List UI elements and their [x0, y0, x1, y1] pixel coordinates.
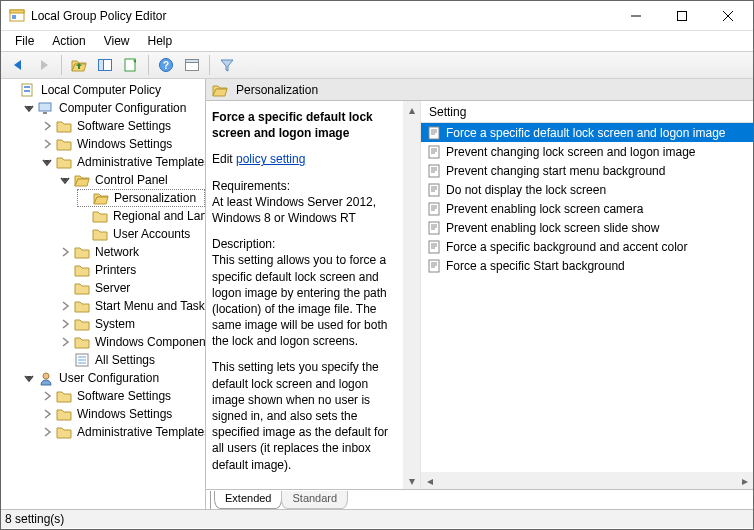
setting-row[interactable]: Prevent enabling lock screen camera [421, 199, 753, 218]
up-folder-button[interactable] [67, 53, 91, 77]
user-icon [38, 370, 54, 386]
setting-label: Force a specific Start background [446, 259, 625, 273]
svg-rect-16 [43, 112, 47, 114]
folder-icon [56, 154, 72, 170]
setting-label: Prevent enabling lock screen slide show [446, 221, 659, 235]
edit-label: Edit [212, 152, 236, 166]
menu-bar: File Action View Help [1, 31, 753, 51]
policy-root-icon [20, 82, 36, 98]
tree-windows-settings[interactable]: Windows Settings [41, 135, 205, 153]
toolbar: ? [1, 51, 753, 79]
tab-extended[interactable]: Extended [214, 491, 282, 509]
settings-list[interactable]: Force a specific default lock screen and… [421, 123, 753, 472]
tree-server[interactable]: Server [59, 279, 205, 297]
svg-rect-11 [186, 60, 199, 63]
setting-label: Force a specific default lock screen and… [446, 126, 726, 140]
minimize-button[interactable] [613, 1, 659, 30]
expand-icon[interactable] [41, 120, 53, 132]
tree-all-settings[interactable]: All Settings [59, 351, 205, 369]
setting-row[interactable]: Prevent changing lock screen and logon i… [421, 142, 753, 161]
menu-help[interactable]: Help [140, 32, 181, 50]
menu-action[interactable]: Action [44, 32, 93, 50]
collapse-icon[interactable] [23, 372, 35, 384]
policy-icon [427, 183, 441, 197]
collapse-icon[interactable] [41, 156, 53, 168]
scroll-up-icon[interactable]: ▴ [403, 101, 420, 118]
setting-row[interactable]: Force a specific background and accent c… [421, 237, 753, 256]
scroll-left-icon[interactable]: ◂ [421, 472, 438, 489]
scroll-right-icon[interactable]: ▸ [736, 472, 753, 489]
expand-icon[interactable] [59, 336, 71, 348]
tab-standard[interactable]: Standard [281, 491, 348, 509]
policy-icon [427, 202, 441, 216]
folder-icon [56, 118, 72, 134]
tree-startmenu[interactable]: Start Menu and Taskbar [59, 297, 205, 315]
tree-pane[interactable]: Local Computer Policy Computer Configura… [1, 79, 206, 509]
setting-label: Prevent enabling lock screen camera [446, 202, 643, 216]
expand-icon[interactable] [41, 426, 53, 438]
menu-file[interactable]: File [7, 32, 42, 50]
title-bar: Local Group Policy Editor [1, 1, 753, 31]
tree-u-windows[interactable]: Windows Settings [41, 405, 205, 423]
tree-u-software[interactable]: Software Settings [41, 387, 205, 405]
horizontal-scrollbar[interactable]: ◂ ▸ [421, 472, 753, 489]
tree-personalization[interactable]: Personalization [77, 189, 205, 207]
properties-button[interactable] [180, 53, 204, 77]
close-button[interactable] [705, 1, 751, 30]
column-header-setting[interactable]: Setting [421, 101, 753, 123]
setting-row[interactable]: Prevent enabling lock screen slide show [421, 218, 753, 237]
all-settings-icon [74, 352, 90, 368]
expand-icon[interactable] [59, 318, 71, 330]
tree-computer-config[interactable]: Computer Configuration [23, 99, 205, 117]
expand-icon[interactable] [41, 138, 53, 150]
show-pane-button[interactable] [93, 53, 117, 77]
collapse-icon[interactable] [59, 174, 71, 186]
folder-icon [56, 388, 72, 404]
window-title: Local Group Policy Editor [31, 9, 613, 23]
tree-software-settings[interactable]: Software Settings [41, 117, 205, 135]
folder-icon [56, 406, 72, 422]
expand-icon[interactable] [41, 408, 53, 420]
edit-policy-link[interactable]: policy setting [236, 152, 305, 166]
refresh-button[interactable] [119, 53, 143, 77]
tree-regional[interactable]: Regional and Language Options [77, 207, 205, 225]
back-button[interactable] [6, 53, 30, 77]
svg-rect-13 [24, 86, 30, 88]
setting-row[interactable]: Force a specific Start background [421, 256, 753, 275]
help-button[interactable]: ? [154, 53, 178, 77]
svg-rect-14 [24, 90, 30, 92]
scroll-down-icon[interactable]: ▾ [403, 472, 420, 489]
tree-u-admin[interactable]: Administrative Templates [41, 423, 205, 441]
folder-icon [56, 136, 72, 152]
tree-system[interactable]: System [59, 315, 205, 333]
tree-control-panel[interactable]: Control Panel [59, 171, 205, 189]
detail-scrollbar[interactable]: ▴ ▾ [403, 101, 420, 489]
collapse-icon[interactable] [23, 102, 35, 114]
expand-icon[interactable] [59, 300, 71, 312]
policy-icon [427, 240, 441, 254]
tree-win-components[interactable]: Windows Components [59, 333, 205, 351]
setting-row[interactable]: Prevent changing start menu background [421, 161, 753, 180]
status-bar: 8 setting(s) [1, 509, 753, 528]
tree-root[interactable]: Local Computer Policy [5, 81, 205, 99]
tree-network[interactable]: Network [59, 243, 205, 261]
folder-open-icon [74, 172, 90, 188]
tree-admin-templates[interactable]: Administrative Templates [41, 153, 205, 171]
tree-user-config[interactable]: User Configuration [23, 369, 205, 387]
folder-open-icon [93, 190, 109, 206]
expand-icon[interactable] [59, 246, 71, 258]
svg-point-18 [43, 373, 49, 379]
svg-rect-15 [39, 103, 51, 111]
menu-view[interactable]: View [96, 32, 138, 50]
maximize-button[interactable] [659, 1, 705, 30]
expand-icon[interactable] [41, 390, 53, 402]
setting-row[interactable]: Force a specific default lock screen and… [421, 123, 753, 142]
setting-row[interactable]: Do not display the lock screen [421, 180, 753, 199]
setting-label: Prevent changing lock screen and logon i… [446, 145, 696, 159]
tree-printers[interactable]: Printers [59, 261, 205, 279]
forward-button[interactable] [32, 53, 56, 77]
filter-button[interactable] [215, 53, 239, 77]
tree-user-accounts[interactable]: User Accounts [77, 225, 205, 243]
policy-title: Force a specific default lock screen and… [212, 109, 395, 141]
setting-label: Prevent changing start menu background [446, 164, 665, 178]
